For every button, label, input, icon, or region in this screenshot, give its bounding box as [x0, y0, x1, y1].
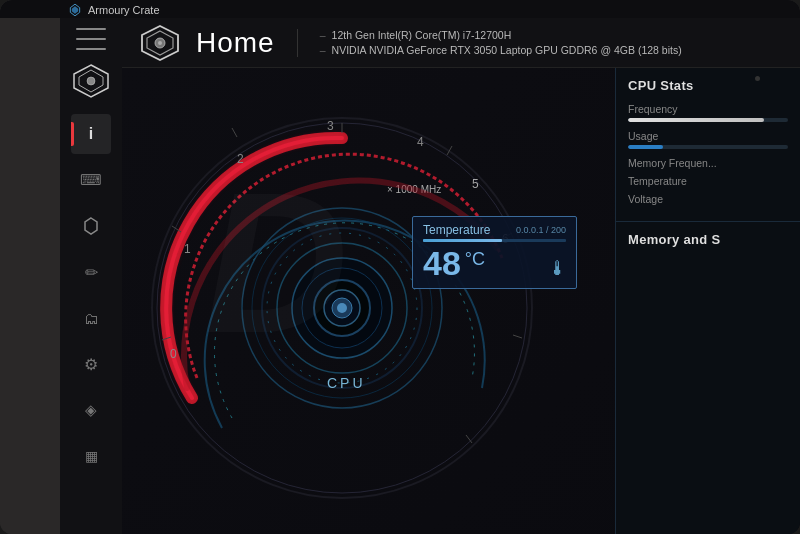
- spec-line-gpu: NVIDIA NVIDIA GeForce RTX 3050 Laptop GP…: [320, 44, 682, 56]
- temp-popup-header: Temperature 0.0.0.1 / 200: [423, 223, 566, 237]
- spec-line-cpu: 12th Gen Intel(R) Core(TM) i7-12700H: [320, 29, 682, 41]
- temp-popup-title: Temperature: [423, 223, 490, 237]
- physical-bezel-left: [0, 0, 60, 534]
- svg-line-37: [232, 128, 237, 137]
- svg-text:4: 4: [417, 135, 424, 149]
- screen: i ⌨ ✏ 🗂 ⚙ ◈ ▦: [60, 18, 800, 534]
- tools-icon: ⚙: [84, 355, 98, 374]
- pencil-icon: ✏: [85, 263, 98, 282]
- titlebar-rog-area: Armoury Crate: [68, 3, 160, 17]
- cpu-stats-section: CPU Stats Frequency Usage: [616, 68, 800, 222]
- memory-section-title: Memory and S: [628, 232, 788, 247]
- keyboard-icon: ⌨: [80, 171, 102, 189]
- svg-point-4: [87, 77, 95, 85]
- topbar-specs: 12th Gen Intel(R) Core(TM) i7-12700H NVI…: [320, 29, 682, 56]
- sidebar-item-grid[interactable]: ▦: [71, 436, 111, 476]
- sidebar-item-folder[interactable]: 🗂: [71, 298, 111, 338]
- rog-logo-topbar: [138, 24, 182, 62]
- camera-dot: [755, 76, 760, 81]
- page-title: Home: [196, 27, 275, 59]
- svg-marker-1: [72, 7, 78, 14]
- temp-popup-sub: 0.0.0.1 / 200: [516, 225, 566, 235]
- temp-value-unit: °C: [465, 250, 485, 268]
- memory-freq-label: Memory Frequen...: [628, 157, 717, 169]
- svg-text:3: 3: [327, 119, 334, 133]
- frequency-bar-fill: [628, 118, 764, 122]
- svg-point-9: [158, 41, 162, 45]
- rog-logo-svg: [72, 64, 110, 98]
- rog-logo-sidebar: [72, 64, 110, 102]
- stats-panel: CPU Stats Frequency Usage: [615, 68, 800, 534]
- sidebar-item-tools[interactable]: ⚙: [71, 344, 111, 384]
- usage-bar-bg: [628, 145, 788, 149]
- svg-marker-5: [85, 218, 97, 234]
- topbar: Home 12th Gen Intel(R) Core(TM) i7-12700…: [122, 18, 800, 68]
- titlebar-app-name: Armoury Crate: [88, 4, 160, 16]
- badge-icon: ◈: [85, 401, 97, 419]
- temp-bar-fill: [423, 239, 502, 242]
- cpu-stats-title: CPU Stats: [628, 78, 788, 93]
- folder-icon: 🗂: [84, 310, 99, 327]
- usage-label: Usage: [628, 130, 788, 142]
- frequency-row: Frequency: [628, 103, 788, 122]
- main-content: D: [122, 68, 800, 534]
- sidebar-item-keyboard[interactable]: ⌨: [71, 160, 111, 200]
- watermark-letter: D: [204, 148, 348, 378]
- temperature-stat-label: Temperature: [628, 175, 687, 187]
- sidebar: i ⌨ ✏ 🗂 ⚙ ◈ ▦: [60, 18, 122, 534]
- rog-icon-small: [68, 3, 82, 17]
- sidebar-menu-button[interactable]: [76, 28, 106, 50]
- temp-bar-bg: [423, 239, 566, 242]
- frequency-label: Frequency: [628, 103, 788, 115]
- temperature-popup: Temperature 0.0.0.1 / 200 48 °C 🌡: [412, 216, 577, 289]
- svg-text:1: 1: [184, 242, 191, 256]
- bezel: Armoury Crate i ⌨: [0, 0, 800, 534]
- svg-text:5: 5: [472, 177, 479, 191]
- temperature-row: Temperature: [628, 175, 788, 187]
- topbar-divider: [297, 29, 298, 57]
- memory-section: Memory and S: [616, 222, 800, 257]
- sidebar-item-aura[interactable]: [71, 206, 111, 246]
- memory-freq-row: Memory Frequen...: [628, 157, 788, 169]
- svg-line-35: [513, 335, 522, 338]
- svg-text:0: 0: [170, 347, 177, 361]
- app-titlebar: Armoury Crate: [0, 0, 800, 18]
- aura-icon: [81, 216, 101, 236]
- temp-popup-value: 48 °C: [423, 246, 566, 280]
- temp-value-number: 48: [423, 246, 461, 280]
- voltage-row: Voltage: [628, 193, 788, 205]
- thermometer-icon: 🌡: [548, 257, 568, 280]
- frequency-bar-bg: [628, 118, 788, 122]
- svg-line-36: [466, 435, 472, 443]
- usage-bar-fill: [628, 145, 663, 149]
- sidebar-item-pencil[interactable]: ✏: [71, 252, 111, 292]
- voltage-label: Voltage: [628, 193, 663, 205]
- sidebar-item-info[interactable]: i: [71, 114, 111, 154]
- info-icon: i: [89, 125, 93, 143]
- grid-icon: ▦: [85, 448, 98, 464]
- usage-row: Usage: [628, 130, 788, 149]
- active-indicator: [71, 122, 74, 146]
- sidebar-item-badge[interactable]: ◈: [71, 390, 111, 430]
